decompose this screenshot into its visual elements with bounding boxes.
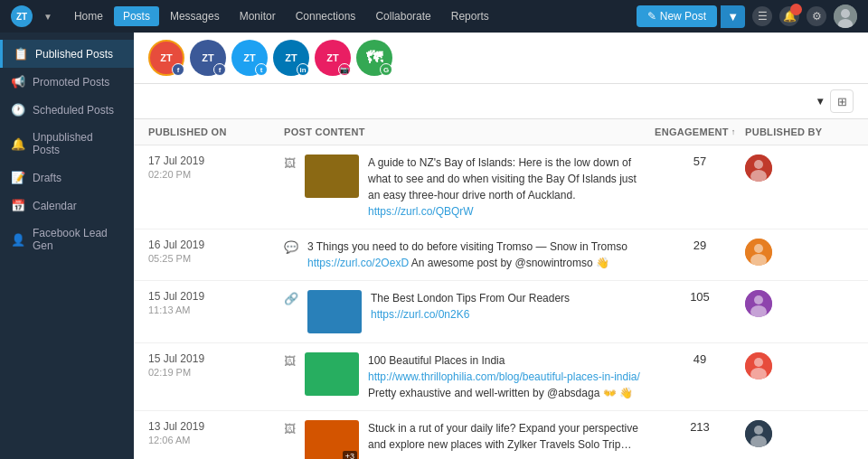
new-post-button[interactable]: ✎ New Post [637,5,717,27]
brand[interactable]: ZT ▼ [11,5,52,27]
post-type-icon: 🖼 [284,354,296,368]
nav-item-posts[interactable]: Posts [114,6,159,26]
sidebar-icon: 📢 [11,75,25,89]
post-type-icon: 🖼 [284,422,296,436]
table-header: PUBLISHED ON POST CONTENT ENGAGEMENT ↑ P… [134,119,868,145]
post-time: 11:13 AM [148,304,284,315]
post-text: 100 Beautiful Places in India http://www… [368,352,640,401]
social-accounts-bar: ZT f ZT f ZT t ZT in ZT 📷 🗺 G [134,33,868,84]
nav-item-reports[interactable]: Reports [442,6,498,26]
nav-items: HomePostsMessagesMonitorConnectionsColla… [65,6,634,26]
social-account-1[interactable]: ZT f [190,40,226,76]
published-by-cell [745,155,854,182]
post-text: A guide to NZ's Bay of Islands: Here is … [368,155,640,220]
post-content-cell: 🖼 A guide to NZ's Bay of Islands: Here i… [284,155,655,220]
post-time: 12:06 AM [148,435,284,445]
post-time: 05:25 PM [148,253,284,264]
sidebar-icon: 📅 [11,199,25,212]
post-link[interactable]: http://www.thrillophilia.com/blog/beauti… [368,370,640,383]
sidebar-item-published-posts[interactable]: 📋 Published Posts [0,40,134,68]
user-avatar[interactable] [834,5,857,28]
post-link[interactable]: https://zurl.co/QBQrW [368,205,474,218]
post-date: 16 Jul 2019 [148,239,284,251]
notifications-icon[interactable]: 🔔 [779,6,799,26]
table-body: 17 Jul 2019 02:20 PM 🖼 A guide to NZ's B… [134,145,868,459]
post-thumbnail: +3 [305,420,359,459]
sort-chevron-icon: ▾ [817,95,823,108]
new-post-dropdown[interactable]: ▼ [721,5,745,28]
post-type-icon: 🔗 [284,292,298,305]
post-time: 02:19 PM [148,367,284,378]
svg-point-4 [754,160,763,169]
sidebar-icon: 👤 [11,233,25,247]
svg-point-7 [754,244,763,253]
col-engagement: ENGAGEMENT ↑ [655,126,745,137]
publisher-avatar [745,290,772,317]
network-badge-1: f [213,63,226,76]
svg-point-16 [754,426,763,435]
engagement-cell: 105 [655,290,745,304]
post-link[interactable]: https://zurl.co/2OexD [307,257,409,269]
nav-item-messages[interactable]: Messages [161,6,229,26]
network-badge-2: t [255,63,268,76]
social-account-3[interactable]: ZT in [273,40,309,76]
post-thumbnail [307,290,362,333]
nav-item-collaborate[interactable]: Collaborate [366,6,439,26]
post-link[interactable]: https://zurl.co/0n2K6 [371,308,469,321]
post-type-icon: 🖼 [284,156,296,170]
settings-icon[interactable]: ⚙ [807,6,826,26]
new-post-label: ✎ New Post [647,10,706,23]
sort-select[interactable]: ▾ [815,95,823,108]
menu-icon[interactable]: ☰ [752,6,772,26]
col-published-by: PUBLISHED BY [745,126,854,137]
notification-badge [790,4,802,15]
social-account-2[interactable]: ZT t [231,40,268,76]
social-account-4[interactable]: ZT 📷 [315,40,351,76]
published-by-cell [745,352,854,379]
post-date-cell: 17 Jul 2019 02:20 PM [148,155,284,180]
post-content-cell: 🔗 The Best London Tips From Our Readers … [284,290,655,333]
engagement-cell: 29 [655,239,745,252]
top-nav: ZT ▼ HomePostsMessagesMonitorConnections… [0,0,868,33]
table-row: 17 Jul 2019 02:20 PM 🖼 A guide to NZ's B… [134,145,868,230]
publisher-avatar [745,239,772,266]
table-search-button[interactable]: ⊞ [830,89,854,113]
sidebar-item-label: Unpublished Posts [33,131,123,156]
post-date-cell: 15 Jul 2019 11:13 AM [148,290,284,315]
post-type-icon: 💬 [284,240,298,254]
sidebar-item-scheduled-posts[interactable]: 🕐 Scheduled Posts [0,96,134,124]
nav-right: ✎ New Post ▼ ☰ 🔔 ⚙ [637,5,857,28]
post-thumbnail [305,155,359,198]
post-text: The Best London Tips From Our Readers ht… [371,290,640,323]
network-badge-4: 📷 [338,63,351,76]
sidebar-item-calendar[interactable]: 📅 Calendar [0,192,134,220]
post-date: 13 Jul 2019 [148,420,284,433]
table-row: 15 Jul 2019 02:19 PM 🖼 100 Beautiful Pla… [134,343,868,411]
sidebar-item-label: Calendar [33,200,77,212]
sidebar-item-promoted-posts[interactable]: 📢 Promoted Posts [0,68,134,96]
post-thumbnail [305,352,359,396]
post-content-cell: 💬 3 Things you need to do before visitin… [284,239,655,271]
post-text: 3 Things you need to do before visiting … [307,239,640,271]
engagement-cell: 49 [655,352,745,366]
sidebar-item-label: Promoted Posts [33,76,109,89]
network-badge-5: G [380,63,392,76]
brand-dropdown-icon[interactable]: ▼ [43,12,52,22]
sidebar-item-facebook-lead-gen[interactable]: 👤 Facebook Lead Gen [0,220,134,259]
sidebar-item-drafts[interactable]: 📝 Drafts [0,164,134,192]
sidebar-item-unpublished-posts[interactable]: 🔔 Unpublished Posts [0,124,134,164]
nav-item-home[interactable]: Home [65,6,112,26]
publisher-avatar [745,155,772,182]
col-post-content: POST CONTENT [284,126,655,137]
nav-item-connections[interactable]: Connections [287,6,365,26]
social-account-5[interactable]: 🗺 G [356,40,392,76]
engagement-cell: 213 [655,420,745,434]
social-account-0[interactable]: ZT f [148,40,184,76]
nav-item-monitor[interactable]: Monitor [231,6,285,26]
sidebar-icon: 📝 [11,171,25,184]
main-content: ZT f ZT f ZT t ZT in ZT 📷 🗺 G ▾ ⊞ PUBLIS… [134,33,868,459]
col-published-on: PUBLISHED ON [148,126,284,137]
post-text: Stuck in a rut of your daily life? Expan… [368,420,640,453]
table-row: 15 Jul 2019 11:13 AM 🔗 The Best London T… [134,281,868,343]
post-date-cell: 16 Jul 2019 05:25 PM [148,239,284,264]
